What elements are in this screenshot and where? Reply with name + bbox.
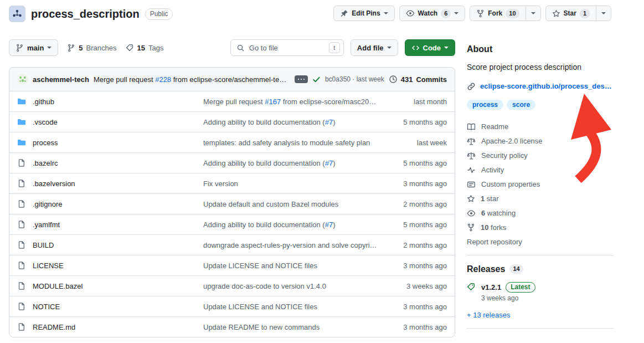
- commit-message[interactable]: Merge pull request #228 from eclipse-sco…: [94, 75, 290, 84]
- row-message-text: Merge pull request: [203, 98, 265, 106]
- security-policy-icon: [467, 151, 476, 160]
- more-releases-link[interactable]: + 13 releases: [467, 311, 510, 319]
- watching-count: 6: [481, 209, 485, 217]
- add-file-button[interactable]: Add file: [351, 39, 398, 56]
- fork-count: 10: [506, 9, 519, 18]
- code-button[interactable]: Code: [405, 39, 456, 56]
- report-repository-link[interactable]: Report repository: [467, 238, 614, 246]
- file-name-cell: .gitignore: [17, 199, 203, 208]
- sidebar-divider: [467, 328, 614, 329]
- table-row[interactable]: .gitignore Update default and custom Baz…: [9, 193, 455, 214]
- branches-link[interactable]: 5 Branches: [67, 44, 116, 52]
- sidebar-item-readme[interactable]: Readme: [467, 120, 614, 134]
- commits-count: 431: [401, 75, 413, 84]
- file-name-link[interactable]: .yamlfmt: [33, 221, 60, 229]
- tags-count: 15: [137, 44, 145, 52]
- book-icon: [467, 122, 476, 131]
- table-row[interactable]: LICENSE Update LICENSE and NOTICE files …: [9, 255, 455, 275]
- table-row[interactable]: NOTICE Update LICENSE and NOTICE files 3…: [9, 296, 455, 316]
- row-commit-message[interactable]: templates: add safety analysis to module…: [203, 139, 386, 147]
- tags-link[interactable]: 15 Tags: [126, 44, 164, 52]
- pr-link[interactable]: #228: [155, 75, 171, 84]
- pr-link[interactable]: #167: [265, 98, 281, 106]
- edit-pins-button[interactable]: Edit Pins: [333, 6, 394, 21]
- file-name-link[interactable]: process: [33, 139, 58, 147]
- file-name-link[interactable]: .github: [33, 98, 54, 106]
- table-row[interactable]: .bazelrc Adding ability to build documen…: [9, 152, 455, 173]
- sidebar-item-custom-properties[interactable]: Custom properties: [467, 177, 614, 192]
- sidebar-item-stars[interactable]: 1 star: [467, 192, 614, 206]
- star-button[interactable]: Star 1: [545, 6, 596, 21]
- branch-selector[interactable]: main: [9, 39, 58, 56]
- commit-sha-time[interactable]: bc0a350 · last week: [325, 75, 384, 83]
- row-commit-message[interactable]: Fix version: [203, 180, 386, 188]
- file-name-link[interactable]: MODULE.bazel: [33, 282, 83, 290]
- file-name-link[interactable]: NOTICE: [33, 303, 60, 311]
- star-dropdown-button[interactable]: [596, 6, 611, 21]
- tags-label: Tags: [148, 44, 163, 52]
- add-file-label: Add file: [357, 44, 384, 52]
- file-name-link[interactable]: README.md: [33, 323, 75, 331]
- topic-tag[interactable]: process: [467, 100, 503, 110]
- row-commit-message[interactable]: Adding ability to build documentation (#…: [203, 118, 386, 126]
- file-name-link[interactable]: .bazelrc: [33, 159, 58, 167]
- fork-button[interactable]: Fork 10: [470, 6, 525, 21]
- sidebar-item-activity[interactable]: Activity: [467, 163, 614, 177]
- row-commit-message[interactable]: downgrade aspect-rules-py-version and so…: [203, 241, 386, 249]
- row-commit-message[interactable]: Update default and custom Bazel modules: [203, 200, 386, 208]
- commit-author-avatar[interactable]: [17, 74, 28, 85]
- file-name-link[interactable]: .vscode: [33, 118, 58, 126]
- watch-button[interactable]: Watch 6: [399, 6, 466, 21]
- repo-description: Score project process description: [467, 62, 614, 73]
- org-avatar[interactable]: [9, 6, 25, 22]
- table-row[interactable]: .bazelversion Fix version 3 months ago: [9, 173, 455, 193]
- github-repo-page: process_description Public Edit Pins Wat…: [0, 0, 644, 343]
- commit-message-expand-button[interactable]: [295, 75, 308, 83]
- file-name-link[interactable]: LICENSE: [33, 262, 64, 270]
- website-link[interactable]: eclipse-score.github.io/process_descr…: [480, 82, 614, 90]
- pr-link[interactable]: #7: [325, 118, 333, 126]
- visibility-badge: Public: [145, 8, 173, 20]
- pr-link[interactable]: #7: [325, 159, 333, 167]
- pr-link[interactable]: #7: [325, 221, 333, 229]
- topic-tag[interactable]: score: [507, 100, 535, 110]
- commit-author-name[interactable]: aschemmel-tech: [33, 75, 89, 84]
- sidebar-item-watching[interactable]: 6 watching: [467, 206, 614, 221]
- table-row[interactable]: MODULE.bazel upgrade doc-as-code to vers…: [9, 275, 455, 296]
- table-row[interactable]: .github Merge pull request #167 from ecl…: [9, 91, 455, 111]
- row-commit-message[interactable]: Adding ability to build documentation (#…: [203, 221, 386, 229]
- star-label: Star: [564, 9, 576, 17]
- note-icon: [467, 180, 476, 189]
- file-name-link[interactable]: .bazelversion: [33, 180, 75, 188]
- table-row[interactable]: .vscode Adding ability to build document…: [9, 111, 455, 132]
- row-commit-message[interactable]: upgrade doc-as-code to version v1.4.0: [203, 282, 386, 290]
- search-input[interactable]: [248, 43, 326, 53]
- commit-history-link[interactable]: 431 Commits: [389, 75, 447, 84]
- sidebar-item-security-policy[interactable]: Security policy: [467, 149, 614, 163]
- fork-dropdown-button[interactable]: [525, 6, 541, 21]
- table-row[interactable]: BUILD downgrade aspect-rules-py-version …: [9, 234, 455, 255]
- row-message-text: from eclipse-score/masc2023_u…: [281, 98, 386, 106]
- latest-release[interactable]: v1.2.1 Latest 3 weeks ago: [467, 282, 614, 302]
- releases-heading-text[interactable]: Releases: [467, 264, 505, 274]
- row-commit-message[interactable]: Adding ability to build documentation (#…: [203, 159, 386, 167]
- table-row[interactable]: process templates: add safety analysis t…: [9, 132, 455, 152]
- release-version[interactable]: v1.2.1: [481, 283, 501, 291]
- row-commit-message[interactable]: Update LICENSE and NOTICE files: [203, 303, 386, 311]
- commits-label: Commits: [416, 75, 447, 84]
- table-row[interactable]: .yamlfmt Adding ability to build documen…: [9, 214, 455, 234]
- row-commit-message[interactable]: Update LICENSE and NOTICE files: [203, 262, 386, 270]
- file-name-link[interactable]: .gitignore: [33, 200, 62, 208]
- row-commit-message[interactable]: Merge pull request #167 from eclipse-sco…: [203, 98, 386, 106]
- row-commit-message[interactable]: Update README to new commands: [203, 323, 386, 331]
- sidebar-item-forks[interactable]: 10 forks: [467, 221, 614, 235]
- file-name-cell: .yamlfmt: [17, 220, 203, 229]
- checks-passed-icon[interactable]: [312, 75, 321, 84]
- file-name-link[interactable]: BUILD: [33, 241, 54, 249]
- sidebar-item-license[interactable]: Apache-2.0 license: [467, 134, 614, 149]
- repo-title[interactable]: process_description: [31, 8, 140, 21]
- branch-name: main: [27, 44, 44, 52]
- table-row[interactable]: README.md Update README to new commands …: [9, 316, 455, 337]
- go-to-file-search[interactable]: t: [230, 39, 344, 56]
- fork-icon: [476, 9, 485, 18]
